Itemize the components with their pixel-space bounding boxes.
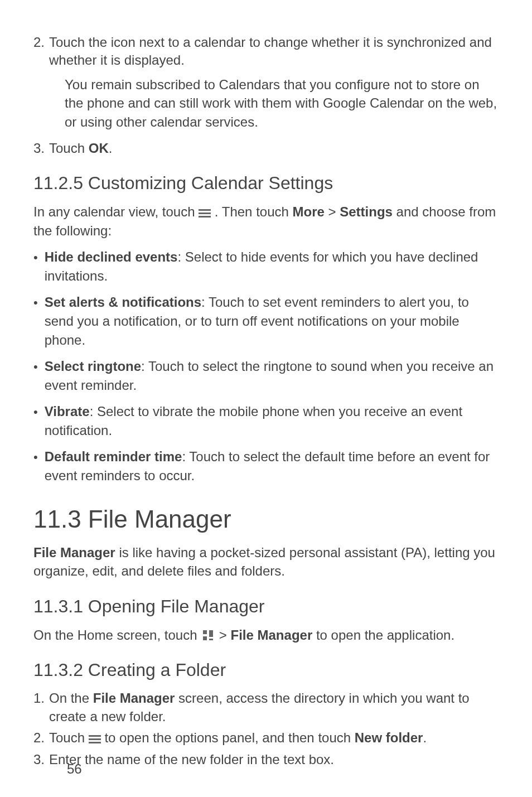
ordered-step: 3. Enter the name of the new folder in t… xyxy=(33,751,499,769)
bold-text: Vibrate xyxy=(45,404,90,419)
step-text: On the File Manager screen, access the d… xyxy=(49,689,499,726)
bold-text: New folder xyxy=(355,730,423,745)
list-item: Select ringtone: Touch to select the rin… xyxy=(33,357,499,394)
text: . xyxy=(423,730,427,745)
svg-rect-0 xyxy=(199,209,211,211)
step-text: Touch the icon next to a calendar to cha… xyxy=(49,33,499,70)
bold-text: OK xyxy=(89,141,109,156)
step-note: You remain subscribed to Calendars that … xyxy=(65,75,499,132)
text: On the Home screen, touch xyxy=(33,627,201,643)
paragraph: On the Home screen, touch > File Manager… xyxy=(33,626,499,645)
text: to open the options panel, and then touc… xyxy=(104,730,354,745)
section-heading: 11.3.2 Creating a Folder xyxy=(33,660,499,680)
svg-rect-5 xyxy=(89,742,101,743)
ordered-step: 2. Touch to open the options panel, and … xyxy=(33,729,499,747)
text: On the xyxy=(49,690,93,706)
page-number: 56 xyxy=(67,761,82,777)
menu-icon xyxy=(89,735,101,744)
svg-rect-2 xyxy=(199,216,211,218)
text: > xyxy=(325,204,340,219)
bold-text: Select ringtone xyxy=(45,359,141,374)
text: Enter the name of the new folder in the … xyxy=(49,752,334,767)
paragraph: File Manager is like having a pocket-siz… xyxy=(33,543,499,581)
bold-text: File Manager xyxy=(231,627,313,643)
list-item: Vibrate: Select to vibrate the mobile ph… xyxy=(33,402,499,439)
step-number: 1. xyxy=(33,689,45,726)
section-heading: 11.2.5 Customizing Calendar Settings xyxy=(33,173,499,194)
step-number: 3. xyxy=(33,751,45,769)
svg-rect-1 xyxy=(199,212,211,214)
text: . xyxy=(109,141,113,156)
menu-icon xyxy=(199,209,211,218)
list-item: Set alerts & notifications: Touch to set… xyxy=(33,293,499,349)
step-number: 3. xyxy=(33,139,45,157)
svg-rect-4 xyxy=(89,738,101,740)
step-number: 2. xyxy=(33,729,45,747)
text: > xyxy=(219,627,231,643)
bold-text: More xyxy=(293,204,325,219)
ordered-step: 1. On the File Manager screen, access th… xyxy=(33,689,499,726)
text: . Then touch xyxy=(215,204,293,219)
bold-text: Default reminder time xyxy=(45,449,182,464)
list-item: Hide declined events: Select to hide eve… xyxy=(33,248,499,285)
bold-text: Set alerts & notifications xyxy=(45,294,201,310)
ordered-step: 3. Touch OK. xyxy=(33,139,499,157)
svg-rect-3 xyxy=(89,735,101,737)
bold-text: Hide declined events xyxy=(45,249,178,264)
step-text: Touch to open the options panel, and the… xyxy=(49,729,499,747)
bold-text: Settings xyxy=(340,204,393,219)
step-number: 2. xyxy=(33,33,45,70)
list-item: Default reminder time: Touch to select t… xyxy=(33,447,499,485)
bold-text: File Manager xyxy=(33,545,115,560)
text: Touch xyxy=(49,730,89,745)
bold-text: File Manager xyxy=(93,690,175,706)
bullet-list: Hide declined events: Select to hide eve… xyxy=(33,248,499,485)
section-heading: 11.3.1 Opening File Manager xyxy=(33,596,499,617)
chapter-heading: 11.3 File Manager xyxy=(33,505,499,533)
step-text: Touch OK. xyxy=(49,139,499,157)
ordered-step: 2. Touch the icon next to a calendar to … xyxy=(33,33,499,70)
text: : Select to vibrate the mobile phone whe… xyxy=(45,404,462,438)
text: to open the application. xyxy=(312,627,454,643)
text: Touch xyxy=(49,141,89,156)
apps-grid-icon xyxy=(202,629,214,641)
step-text: Enter the name of the new folder in the … xyxy=(49,751,499,769)
text: In any calendar view, touch xyxy=(33,204,199,219)
paragraph: In any calendar view, touch . Then touch… xyxy=(33,202,499,240)
